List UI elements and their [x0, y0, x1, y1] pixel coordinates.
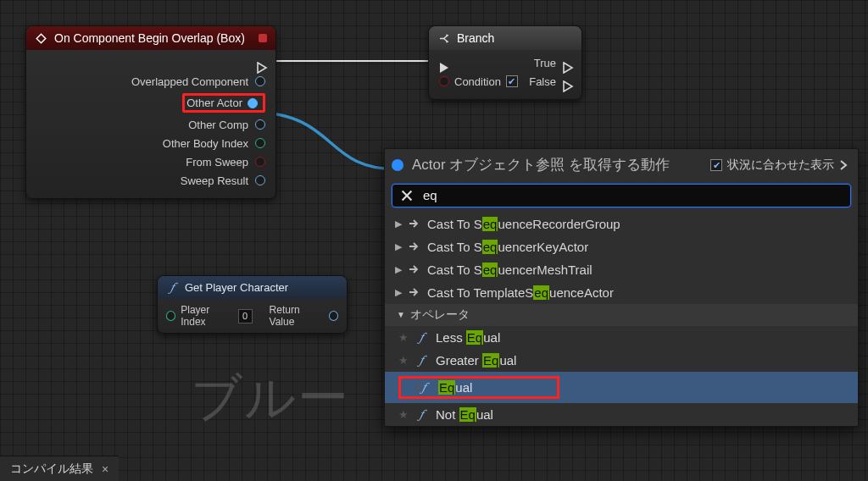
context-func-item[interactable]: ★𝑓Not Equal — [385, 403, 858, 426]
context-cast-item[interactable]: ▶Cast To TemplateSequenceActor — [385, 281, 858, 304]
context-category-operators[interactable]: ▼オペレータ — [385, 304, 858, 326]
pin-label-from-sweep: From Sweep — [186, 156, 248, 169]
context-func-item[interactable]: ★𝑓Equal — [385, 372, 858, 403]
context-sensitive-checkbox[interactable] — [710, 159, 722, 171]
highlight-other-actor: Other Actor — [182, 93, 265, 113]
branch-icon — [437, 32, 450, 45]
return-value-label: Return Value — [270, 304, 324, 328]
function-icon: 𝑓 — [166, 280, 178, 295]
clear-search-icon[interactable] — [399, 188, 415, 203]
pin-from-sweep[interactable] — [255, 157, 265, 167]
player-index-label: Player Index — [181, 304, 233, 328]
pin-other-body-index[interactable] — [255, 138, 265, 148]
branch-exec-in[interactable] — [439, 58, 448, 68]
branch-condition-checkbox[interactable] — [506, 75, 518, 87]
context-search-box[interactable] — [392, 184, 851, 207]
player-index-value[interactable]: 0 — [238, 309, 253, 323]
close-tab-icon[interactable]: × — [102, 462, 108, 476]
exec-out-pin[interactable] — [257, 58, 265, 68]
pin-label-overlapped: Overlapped Component — [131, 75, 248, 88]
get-player-character-node[interactable]: 𝑓 Get Player Character Player Index 0 Re… — [157, 275, 348, 334]
event-node-header: On Component Begin Overlap (Box) — [26, 26, 275, 50]
pin-label-other-actor: Other Actor — [186, 97, 242, 109]
bottom-tab-bar: コンパイル結果 × — [0, 456, 119, 481]
branch-node-title: Branch — [457, 31, 494, 45]
event-node-begin-overlap[interactable]: On Component Begin Overlap (Box) Overlap… — [25, 25, 276, 199]
pin-label-other-comp: Other Comp — [188, 119, 248, 131]
pin-label-sweep-result: Sweep Result — [181, 174, 248, 187]
breakpoint-indicator[interactable] — [259, 34, 267, 42]
pin-sweep-result[interactable] — [255, 175, 265, 185]
context-menu-title: Actor オブジェクト参照 を取得する動作 — [412, 156, 702, 175]
branch-condition-label: Condition — [454, 75, 501, 88]
context-cast-item[interactable]: ▶Cast To SequenceRecorderGroup — [385, 213, 858, 235]
event-node-title: On Component Begin Overlap (Box) — [54, 31, 245, 45]
return-value-pin[interactable] — [329, 311, 338, 321]
context-cast-item[interactable]: ▶Cast To SequencerMeshTrail — [385, 258, 858, 281]
context-func-item[interactable]: ★𝑓Less Equal — [385, 326, 858, 349]
event-icon — [35, 32, 47, 45]
watermark-text: ブルー — [191, 364, 350, 433]
branch-node-header: Branch — [429, 26, 581, 50]
context-cast-item[interactable]: ▶Cast To SequencerKeyActor — [385, 235, 858, 258]
branch-condition-pin[interactable] — [439, 76, 449, 86]
compile-results-label: コンパイル結果 — [10, 462, 93, 477]
branch-false-label: False — [529, 75, 556, 88]
chevron-right-icon — [839, 159, 848, 171]
branch-true-label: True — [534, 57, 556, 69]
func-node-header: 𝑓 Get Player Character — [158, 276, 347, 299]
context-sensitive-label: 状況に合わせた表示 — [727, 158, 834, 173]
pin-overlapped-component[interactable] — [255, 76, 265, 86]
branch-false-pin[interactable] — [563, 76, 571, 86]
pin-label-other-body-index: Other Body Index — [163, 137, 248, 150]
pin-other-actor[interactable] — [248, 98, 258, 108]
branch-node[interactable]: Branch True Condition False — [428, 25, 582, 100]
context-sensitive-toggle[interactable]: 状況に合わせた表示 — [710, 158, 848, 173]
player-index-pin[interactable] — [166, 311, 175, 321]
context-type-pin-icon — [392, 159, 403, 171]
context-search-input[interactable] — [423, 188, 843, 202]
branch-true-pin[interactable] — [563, 58, 571, 68]
context-menu-list: ▶Cast To SequenceRecorderGroup▶Cast To S… — [385, 213, 858, 426]
pin-other-comp[interactable] — [255, 119, 265, 130]
action-context-menu[interactable]: Actor オブジェクト参照 を取得する動作 状況に合わせた表示 ▶Cast T… — [384, 148, 859, 427]
func-node-title: Get Player Character — [185, 281, 288, 294]
context-func-item[interactable]: ★𝑓Greater Equal — [385, 349, 858, 372]
compile-results-tab[interactable]: コンパイル結果 × — [2, 458, 117, 480]
